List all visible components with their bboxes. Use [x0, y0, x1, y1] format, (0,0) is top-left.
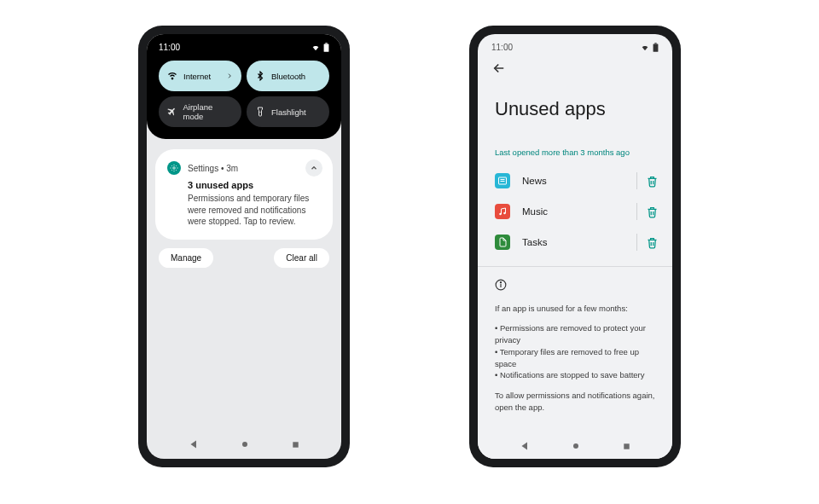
delete-button[interactable] — [646, 206, 659, 218]
svg-rect-6 — [293, 442, 298, 447]
qs-tile-airplane[interactable]: Airplane mode — [159, 96, 241, 127]
delete-button[interactable] — [646, 175, 659, 188]
notification-body: Permissions and temporary files were rem… — [188, 193, 316, 228]
nav-bar — [147, 430, 341, 459]
nav-back-icon[interactable] — [520, 441, 530, 451]
arrow-left-icon — [491, 61, 507, 76]
back-button[interactable] — [491, 61, 507, 76]
status-bar: 11:00 — [491, 43, 659, 52]
manage-button[interactable]: Manage — [159, 248, 213, 268]
wifi-icon — [167, 71, 177, 81]
qs-tile-label: Flashlight — [271, 107, 306, 117]
svg-point-4 — [173, 167, 176, 170]
section-label: Last opened more than 3 months ago — [478, 136, 672, 165]
qs-tile-label: Bluetooth — [271, 72, 305, 81]
qs-tile-label: Internet — [183, 72, 211, 81]
svg-rect-8 — [654, 43, 656, 43]
qs-tile-label: Airplane mode — [183, 102, 233, 121]
app-icon — [495, 173, 510, 188]
qs-tile-bluetooth[interactable]: Bluetooth — [247, 61, 329, 91]
battery-icon — [323, 43, 329, 52]
divider — [636, 234, 637, 251]
info-outro: To allow permissions and notifications a… — [495, 390, 655, 414]
app-name: Tasks — [522, 237, 547, 247]
clear-all-button[interactable]: Clear all — [274, 248, 329, 268]
svg-rect-24 — [624, 443, 629, 449]
delete-button[interactable] — [646, 236, 659, 249]
svg-rect-7 — [653, 43, 659, 51]
qs-tile-flashlight[interactable]: Flashlight — [247, 96, 329, 127]
status-time: 11:00 — [491, 43, 513, 52]
nav-recents-icon[interactable] — [622, 442, 631, 451]
airplane-icon — [167, 107, 177, 117]
app-name: News — [522, 176, 547, 186]
info-icon — [495, 279, 655, 294]
info-bullet: Permissions are removed to protect your … — [495, 322, 655, 346]
app-row[interactable]: Tasks — [478, 227, 672, 258]
app-icon — [495, 204, 510, 219]
status-icons — [641, 43, 659, 52]
qs-tile-internet[interactable]: Internet — [159, 61, 241, 91]
svg-rect-1 — [325, 43, 327, 43]
trash-icon — [646, 175, 659, 188]
svg-point-14 — [499, 213, 502, 216]
phone-frame-left: 11:00 Internet Bluetooth Ai — [138, 26, 350, 467]
chevron-up-icon — [310, 164, 318, 172]
nav-bar — [478, 434, 672, 459]
app-name: Music — [522, 206, 548, 217]
bluetooth-icon — [255, 71, 265, 81]
notification-title: 3 unused apps — [188, 180, 321, 190]
svg-point-15 — [503, 212, 506, 215]
info-bullet: Temporary files are removed to free up s… — [495, 346, 655, 370]
app-list: News Music Tasks — [478, 165, 672, 258]
notification-source: Settings • 3m — [188, 164, 238, 173]
info-bullet: Notifications are stopped to save batter… — [495, 369, 655, 381]
page-title: Unused apps — [478, 79, 672, 136]
trash-icon — [646, 236, 659, 249]
flashlight-icon — [255, 107, 265, 117]
nav-back-icon[interactable] — [189, 439, 199, 449]
wifi-icon — [311, 43, 320, 52]
info-bullets: Permissions are removed to protect your … — [495, 322, 655, 381]
phone-frame-right: 11:00 Unused apps Last opened more than … — [469, 26, 681, 467]
status-icons — [311, 43, 329, 52]
divider — [636, 172, 637, 189]
app-row[interactable]: News — [478, 165, 672, 196]
chevron-right-icon — [226, 72, 233, 79]
screen-notification-shade: 11:00 Internet Bluetooth Ai — [147, 34, 341, 459]
quick-settings-panel: 11:00 Internet Bluetooth Ai — [147, 34, 341, 139]
divider — [636, 203, 637, 220]
nav-recents-icon[interactable] — [291, 440, 300, 449]
wifi-icon — [641, 43, 649, 52]
svg-rect-0 — [324, 43, 329, 51]
status-time: 11:00 — [159, 43, 180, 52]
screen-unused-apps: 11:00 Unused apps Last opened more than … — [478, 34, 672, 459]
info-block: If an app is unused for a few months: Pe… — [478, 267, 672, 434]
notification-actions: Manage Clear all — [159, 248, 329, 268]
app-row[interactable]: Music — [478, 196, 672, 227]
notification-card[interactable]: Settings • 3m 3 unused apps Permissions … — [155, 149, 333, 240]
svg-point-2 — [171, 78, 173, 79]
battery-icon — [653, 43, 659, 52]
svg-point-23 — [573, 443, 578, 449]
settings-icon — [167, 161, 181, 175]
svg-point-22 — [500, 281, 501, 282]
app-icon — [495, 235, 510, 250]
svg-point-5 — [242, 442, 247, 447]
info-intro: If an app is unused for a few months: — [495, 303, 655, 315]
status-bar: 11:00 — [159, 43, 329, 52]
trash-icon — [646, 206, 659, 218]
collapse-button[interactable] — [305, 159, 322, 177]
nav-home-icon[interactable] — [571, 441, 581, 451]
nav-home-icon[interactable] — [240, 439, 250, 449]
